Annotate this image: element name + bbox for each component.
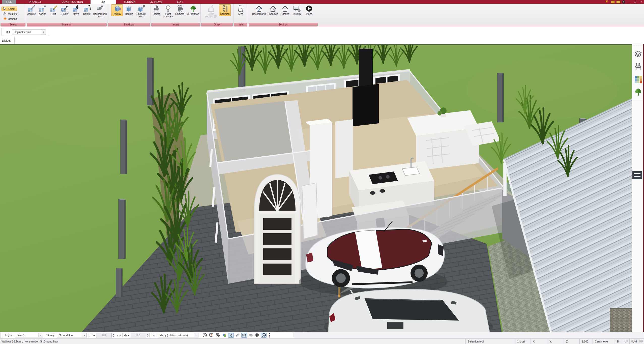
unit-indicator: Centimetre <box>593 339 614 344</box>
display-settings-button[interactable]: Display <box>291 4 303 16</box>
dy-stepper[interactable]: ▲▼ <box>146 333 150 337</box>
x-coordinate: X: <box>531 339 547 344</box>
ribbon: Select Multiple Options Select Acquire <box>0 4 644 27</box>
toolbar-grip[interactable] <box>2 333 3 337</box>
scene-3d-view[interactable]: .tD{stroke:#2e4f15;stroke-width:5;} .tM{… <box>0 45 632 332</box>
select-button[interactable]: Select <box>2 7 17 11</box>
help-icon[interactable]: ? <box>622 0 625 4</box>
ein-toggle[interactable]: Ein <box>614 339 623 344</box>
group-label-insert: Insert <box>151 23 200 26</box>
materials-icon <box>634 75 642 83</box>
tab-construction[interactable]: CONSTRUCTION <box>54 0 91 4</box>
num-toggle[interactable]: NUM <box>629 339 638 344</box>
purchase-icon[interactable] <box>616 1 621 4</box>
display-shadows-button[interactable]: Display <box>111 4 123 16</box>
active-tool-status: Selection tool <box>465 339 515 344</box>
layer-select[interactable]: Layer1 <box>15 333 43 337</box>
dy-input[interactable]: 0.0 <box>131 333 146 337</box>
object-button[interactable]: Object <box>151 4 162 16</box>
background-brush-button[interactable]: Background brush <box>93 4 107 19</box>
y-coordinate: Y: <box>547 339 564 344</box>
restore-button[interactable]: ❐ <box>633 0 637 4</box>
group-label-other: Other <box>201 23 233 26</box>
shadows-settings-button[interactable]: Shadows <box>267 4 279 16</box>
layers-catalog-button[interactable] <box>634 50 643 59</box>
chevron-down-icon[interactable] <box>38 333 43 337</box>
lighting-settings-button[interactable]: Lighting <box>279 4 291 16</box>
panel-collapse-handle[interactable] <box>632 171 642 179</box>
plants-catalog-button[interactable] <box>634 88 643 97</box>
open-door[interactable] <box>302 183 318 239</box>
shadow-brush-icon <box>137 5 145 13</box>
shadow-brush-button[interactable]: Shadow brush <box>135 4 147 19</box>
light-source-button[interactable]: Light source <box>162 4 173 19</box>
chimney[interactable] <box>359 49 373 89</box>
coordinate-mode-select[interactable]: dx,dy (relative cartesian) <box>159 333 198 337</box>
video-camera-icon[interactable] <box>215 333 221 338</box>
grid-icon[interactable] <box>254 333 260 338</box>
furniture-catalog-button[interactable] <box>634 62 643 71</box>
layer-plate-icon[interactable] <box>241 333 247 338</box>
collision-button[interactable]: Collision <box>219 4 231 16</box>
tools-icon[interactable]: ✕ <box>606 1 609 4</box>
minimize-button[interactable]: – <box>627 0 631 4</box>
options-button[interactable]: Options <box>2 17 19 21</box>
road-icon[interactable] <box>235 333 240 338</box>
tab-file[interactable]: FILE <box>2 0 16 4</box>
rf-toggle[interactable]: RF <box>638 339 644 344</box>
canvas-3d-viewport[interactable]: .tD{stroke:#2e4f15;stroke-width:5;} .tM{… <box>0 44 632 332</box>
tab-edit[interactable]: EDIT <box>169 0 191 4</box>
package-icon[interactable] <box>611 1 615 4</box>
render-preview-icon[interactable] <box>209 333 214 338</box>
scale-button[interactable]: Scale <box>60 4 70 16</box>
ribbon-tab-bar: FILE PROJECT CONSTRUCTION 3D TERRAIN 2D … <box>0 0 644 4</box>
video-button[interactable]: Video <box>303 4 315 16</box>
acquire-button[interactable]: Acquire <box>26 4 37 16</box>
overflow-dots-icon[interactable]: ●●● <box>269 333 270 338</box>
chevron-down-icon[interactable] <box>194 333 198 337</box>
texture-icon[interactable] <box>222 333 227 338</box>
dx-stepper[interactable]: ▲▼ <box>112 333 115 337</box>
flag-icon[interactable] <box>228 333 234 338</box>
move-button[interactable]: Move <box>71 4 81 16</box>
storey-select[interactable]: Ground floor <box>57 333 87 337</box>
stone-pillar <box>610 308 632 332</box>
north-icon[interactable]: N <box>261 333 267 338</box>
toolbar-grip[interactable] <box>3 29 3 35</box>
plus-icon <box>3 17 7 20</box>
catalog-sidebar <box>632 44 644 332</box>
clock-icon[interactable] <box>202 333 208 338</box>
cross-section-3d-button[interactable]: Cross section 3D <box>203 4 219 19</box>
uf-toggle[interactable]: UF <box>623 339 629 344</box>
tab-project[interactable]: PROJECT <box>16 0 54 4</box>
chevron-down-icon[interactable] <box>41 30 46 35</box>
background-settings-button[interactable]: Background <box>251 4 267 16</box>
contours-icon[interactable] <box>248 333 253 338</box>
area-button[interactable]: ? Area <box>235 4 247 16</box>
update-shadows-button[interactable]: Update <box>123 4 135 16</box>
tab-2d-views[interactable]: 2D VIEWS <box>143 0 169 4</box>
sidebar-grip[interactable] <box>633 46 643 46</box>
group-label-settings: Settings <box>249 23 318 26</box>
materials-catalog-button[interactable] <box>634 75 643 84</box>
camera-button[interactable]: Camera <box>174 4 185 16</box>
3d-bitmap-button[interactable]: 3D-Bitmap <box>186 4 200 16</box>
terrain-select[interactable]: Original terrain <box>12 29 46 35</box>
front-door[interactable] <box>254 174 301 284</box>
rotate-button[interactable]: Rotate <box>82 4 92 16</box>
group-label-info: Info <box>234 23 247 26</box>
cursor-icon <box>3 7 7 10</box>
display-cube-icon <box>113 5 121 13</box>
edit-button[interactable]: Edit <box>48 4 59 16</box>
assign-button[interactable]: Assign <box>37 4 48 16</box>
tab-3d[interactable]: 3D <box>91 0 116 4</box>
close-button[interactable]: × <box>639 0 643 4</box>
chevron-down-icon[interactable] <box>82 333 86 337</box>
group-label-material: Material <box>27 23 107 26</box>
dx-input[interactable]: 0.0 <box>96 333 112 337</box>
light-bulb-icon <box>164 5 172 13</box>
tab-terrain[interactable]: TERRAIN <box>116 0 143 4</box>
dy-label: dy = <box>124 334 129 337</box>
group-label-shadows: Shadows <box>108 23 150 26</box>
multiple-button[interactable]: Multiple <box>2 12 20 16</box>
